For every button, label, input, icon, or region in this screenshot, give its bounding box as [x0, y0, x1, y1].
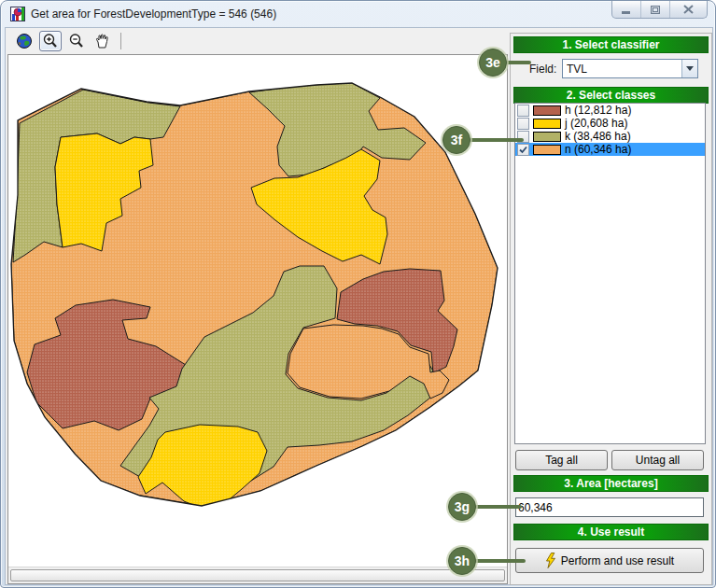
window-title: Get area for ForestDevelopmentType = 546…	[31, 7, 276, 21]
class-list-item-h[interactable]: h (12,812 ha)	[515, 104, 705, 117]
scrollbar-thumb[interactable]	[10, 569, 505, 581]
class-label: n (60,346 ha)	[565, 143, 631, 156]
class-label: h (12,812 ha)	[565, 104, 631, 117]
classifier-field-row: Field: TVL	[513, 58, 709, 80]
class-color-swatch	[533, 145, 561, 155]
map-canvas[interactable]	[8, 55, 507, 567]
client-area: 1. Select classifier Field: TVL 2. Selec…	[5, 27, 713, 585]
full-extent-button[interactable]	[13, 31, 35, 51]
callout-badge-3h: 3h	[448, 547, 476, 575]
close-button[interactable]	[670, 1, 707, 18]
field-combobox-dropdown-button[interactable]	[681, 60, 697, 77]
class-color-swatch	[533, 132, 561, 142]
check-icon	[519, 146, 527, 154]
zoom-in-button[interactable]	[39, 31, 62, 51]
zoom-in-icon	[42, 33, 59, 49]
class-list-item-n[interactable]: n (60,346 ha)	[515, 143, 705, 156]
title-bar[interactable]: Get area for ForestDevelopmentType = 546…	[1, 1, 715, 27]
map-panel	[7, 54, 508, 584]
field-label: Field:	[529, 63, 556, 76]
perform-button-label: Perform and use result	[561, 554, 674, 567]
map-toolbar	[9, 30, 121, 52]
tag-all-button[interactable]: Tag all	[515, 450, 608, 470]
map-horizontal-scrollbar[interactable]	[8, 567, 507, 583]
maximize-icon	[651, 6, 660, 14]
pan-hand-icon	[94, 33, 111, 49]
zoom-out-button[interactable]	[65, 31, 88, 51]
section-header-select-classifier: 1. Select classifier	[513, 36, 709, 53]
area-hectares-input[interactable]	[515, 497, 704, 517]
toolbar-separator	[120, 33, 121, 49]
class-color-swatch	[533, 119, 561, 129]
caption-buttons	[611, 1, 708, 19]
section-header-select-classes: 2. Select classes	[513, 87, 709, 104]
class-label: j (20,608 ha)	[565, 117, 627, 130]
dialog-window: Get area for ForestDevelopmentType = 546…	[0, 0, 716, 588]
minimize-icon	[622, 6, 631, 14]
class-color-swatch	[533, 105, 561, 116]
pan-button[interactable]	[91, 31, 114, 51]
section-header-area: 3. Area [hectares]	[513, 475, 709, 492]
callout-badge-3g: 3g	[448, 493, 476, 521]
class-list-item-j[interactable]: j (20,608 ha)	[515, 117, 705, 130]
maximize-button[interactable]	[641, 1, 670, 18]
section-header-use-result: 4. Use result	[513, 524, 709, 540]
untag-all-button[interactable]: Untag all	[611, 450, 704, 470]
classes-listbox[interactable]: h (12,812 ha)j (20,608 ha)k (38,486 ha)n…	[514, 103, 706, 444]
class-checkbox[interactable]	[517, 144, 529, 156]
class-list-item-k[interactable]: k (38,486 ha)	[515, 130, 705, 143]
forest-map	[8, 55, 507, 567]
field-combobox-value: TVL	[563, 60, 681, 77]
class-label: k (38,486 ha)	[565, 130, 631, 143]
zoom-out-icon	[68, 33, 85, 49]
class-checkbox[interactable]	[517, 118, 529, 130]
chevron-down-icon	[686, 66, 694, 71]
lightning-bolt-icon	[545, 553, 555, 568]
app-icon	[10, 7, 25, 21]
field-combobox[interactable]: TVL	[562, 59, 698, 78]
class-checkbox[interactable]	[517, 105, 529, 117]
callout-badge-3e: 3e	[479, 49, 507, 77]
control-panel: 1. Select classifier Field: TVL 2. Selec…	[510, 33, 712, 585]
minimize-button[interactable]	[612, 1, 641, 18]
globe-icon	[16, 33, 33, 49]
callout-badge-3f: 3f	[442, 126, 470, 154]
perform-and-use-result-button[interactable]: Perform and use result	[515, 548, 704, 573]
close-icon	[683, 5, 694, 14]
